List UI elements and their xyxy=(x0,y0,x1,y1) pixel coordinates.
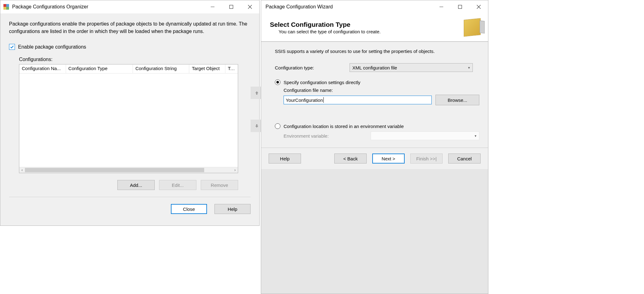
enable-configurations-checkbox[interactable] xyxy=(9,44,15,50)
scroll-right-icon[interactable]: › xyxy=(232,167,238,173)
close-dialog-button[interactable]: Close xyxy=(171,204,207,214)
back-button[interactable]: < Back xyxy=(334,154,367,164)
svg-rect-5 xyxy=(458,5,462,9)
config-file-value: YourConfiguration xyxy=(286,97,323,103)
config-type-label: Configuration type: xyxy=(275,65,350,70)
config-type-value: XML configuration file xyxy=(352,65,397,70)
arrow-up-icon xyxy=(254,90,259,95)
config-type-select[interactable]: XML configuration file ▾ xyxy=(350,63,473,72)
svg-rect-1 xyxy=(230,5,233,9)
configurations-grid[interactable]: Configuration Na... Configuration Type C… xyxy=(19,64,238,173)
col-target-object[interactable]: Target Object xyxy=(189,64,225,73)
config-file-input[interactable]: YourConfiguration xyxy=(284,96,432,104)
radio-specify-directly[interactable] xyxy=(275,79,280,85)
arrow-down-icon xyxy=(254,123,259,128)
edit-button: Edit... xyxy=(159,180,196,190)
window2-title: Package Configuration Wizard xyxy=(264,4,432,10)
minimize-button[interactable] xyxy=(432,0,451,13)
close-button[interactable] xyxy=(469,0,488,13)
minimize-button[interactable] xyxy=(203,0,222,13)
env-variable-select: ▾ xyxy=(371,131,479,140)
help-button[interactable]: Help xyxy=(214,204,251,214)
cancel-button[interactable]: Cancel xyxy=(448,154,481,164)
window1-title: Package Configurations Organizer xyxy=(12,4,203,10)
grid-horizontal-scrollbar[interactable]: ‹ › xyxy=(19,167,238,173)
col-config-string[interactable]: Configuration String xyxy=(133,64,189,73)
col-target[interactable]: Targ xyxy=(225,64,238,73)
radio-specify-directly-label: Specify configuration settings directly xyxy=(284,80,360,85)
organizer-intro: Package configurations enable the proper… xyxy=(9,20,249,35)
add-button[interactable]: Add... xyxy=(117,180,155,190)
enable-configurations-label: Enable package configurations xyxy=(18,44,86,50)
maximize-button[interactable] xyxy=(451,0,469,13)
wizard-intro: SSIS supports a variety of sources to us… xyxy=(275,49,479,54)
next-button[interactable]: Next > xyxy=(372,154,405,164)
close-button[interactable] xyxy=(241,0,259,13)
radio-env-variable-label: Configuration location is stored in an e… xyxy=(284,124,404,129)
env-variable-label: Environment variable: xyxy=(284,133,371,139)
wizard-icon xyxy=(464,18,481,37)
scroll-thumb[interactable] xyxy=(25,168,204,172)
configurations-label: Configurations: xyxy=(19,57,251,62)
wizard-help-button[interactable]: Help xyxy=(269,154,301,164)
maximize-button[interactable] xyxy=(222,0,241,13)
col-config-name[interactable]: Configuration Na... xyxy=(19,64,66,73)
scroll-left-icon[interactable]: ‹ xyxy=(19,167,25,173)
app-icon xyxy=(3,4,9,10)
browse-button[interactable]: Browse... xyxy=(435,95,479,105)
empty-area xyxy=(261,169,488,294)
finish-button: Finish >>| xyxy=(410,154,443,164)
chevron-down-icon: ▾ xyxy=(475,134,477,138)
wizard-header-title: Select Configuration Type xyxy=(270,21,464,28)
chevron-down-icon: ▾ xyxy=(468,66,470,70)
config-file-label: Configuration file name: xyxy=(284,88,479,93)
wizard-header-subtitle: You can select the type of configuration… xyxy=(279,29,464,34)
col-config-type[interactable]: Configuration Type xyxy=(66,64,133,73)
remove-button: Remove xyxy=(201,180,238,190)
radio-env-variable[interactable] xyxy=(275,123,280,129)
